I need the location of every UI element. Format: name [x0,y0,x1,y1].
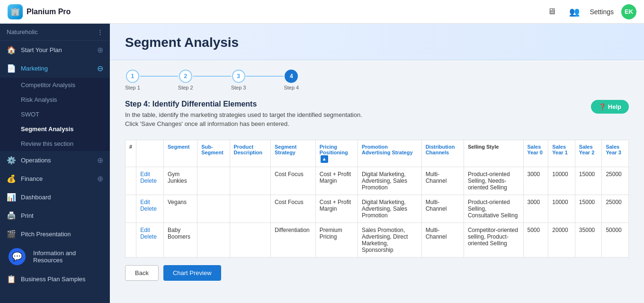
sort-arrow-icon[interactable]: ▲ [321,155,328,163]
cell-pricing-pos: Premium Pricing [315,223,358,258]
brand: 🏢 Planium Pro [8,4,544,19]
step-desc1: In the table, identify the marketing str… [125,111,591,118]
help-button[interactable]: ❓ Help [591,100,629,114]
cell-segment-strategy: Cost Focus [270,195,315,223]
cell-product-desc [230,167,270,195]
step-connector-1 [140,76,178,77]
col-num: # [125,140,136,167]
cell-num [125,167,136,195]
print-label: Print [21,212,103,219]
add-icon-finance[interactable]: ⊕ [97,174,103,183]
chat-icon: 💬 [9,248,26,265]
step-text-block: Step 4: Identify Differential Elements I… [125,100,591,134]
table-row: Edit Delete Gym Junkies Cost Focus Cost … [125,167,629,195]
col-actions [136,140,164,167]
step-circle-2: 2 [179,70,192,83]
cell-sales2: 35000 [575,223,602,258]
monitor-icon[interactable]: 🖥 [544,4,559,19]
sidebar-item-segment[interactable]: Segment Analysis [0,122,110,136]
users-icon[interactable]: 👥 [567,4,582,19]
start-plan-label: Start Your Plan [21,46,92,53]
cell-subsegment [197,223,230,258]
sidebar-item-marketing[interactable]: 📄 Marketing ⊖ [0,59,110,78]
brand-icon: 🏢 [8,4,23,19]
cell-distribution: Multi-Channel [421,223,464,258]
chart-preview-button[interactable]: Chart Preview [163,265,221,281]
cell-sales0: 5000 [523,223,548,258]
table-header-row: # Segment Sub-Segment Product Descriptio… [125,140,629,167]
cell-pricing-pos: Cost + Profit Margin [315,167,358,195]
main-content: Segment Analysis 1 Step 1 2 Step 2 3 Ste… [110,24,644,303]
cell-product-desc [230,223,270,258]
cell-sales1: 10000 [548,195,575,223]
workspace-label: Natureholic ⋮ [0,24,110,41]
table-row: Edit Delete Baby Boomers Differentiation… [125,223,629,258]
cell-subsegment [197,167,230,195]
pitch-label: Pitch Presentation [21,231,103,238]
brand-name: Planium Pro [27,8,71,16]
marketing-sub-items: Competitor Analysis Risk Analysis SWOT S… [0,78,110,151]
cell-selling-style: Competitor-oriented selling, Product-ori… [464,223,523,258]
cell-sales2: 15000 [575,167,602,195]
cell-segment: Vegans [163,195,197,223]
sidebar-item-print[interactable]: 🖨️ Print [0,206,110,225]
sidebar-item-pitch[interactable]: 🎬 Pitch Presentation [0,225,110,243]
sidebar-item-dashboard[interactable]: 📊 Dashboard [0,188,110,206]
cell-distribution: Multi-Channel [421,167,464,195]
cell-promotion: Digital Marketing, Advertising, Sales Pr… [358,167,421,195]
cell-promotion: Sales Promotion, Advertising, Direct Mar… [358,223,421,258]
cell-sales1: 20000 [548,223,575,258]
cell-sales0: 3000 [523,195,548,223]
page-content-area: 1 Step 1 2 Step 2 3 Step 3 4 Step 4 [110,60,644,290]
user-avatar[interactable]: EK [621,4,636,19]
col-sales0: Sales Year 0 [523,140,548,167]
add-icon-operations[interactable]: ⊕ [97,156,103,165]
cell-segment-strategy: Differentiation [270,223,315,258]
operations-label: Operations [21,157,92,164]
cell-selling-style: Product-oriented Selling, Consultative S… [464,195,523,223]
home-icon: 🏠 [7,45,16,54]
cell-sales3: 50000 [602,223,629,258]
delete-link[interactable]: Delete [140,205,157,212]
delete-link[interactable]: Delete [140,233,157,240]
resources-label: Information and Resources [33,250,103,264]
minus-icon-marketing[interactable]: ⊖ [97,64,103,73]
cell-num [125,223,136,258]
col-sales2: Sales Year 2 [575,140,602,167]
sidebar-item-operations[interactable]: ⚙️ Operations ⊕ [0,151,110,169]
bottom-actions: Back Chart Preview [125,265,629,281]
stepper: 1 Step 1 2 Step 2 3 Step 3 4 Step 4 [125,70,629,90]
print-icon: 🖨️ [7,211,16,220]
sidebar: Natureholic ⋮ 🏠 Start Your Plan ⊕ 📄 Mark… [0,24,110,303]
edit-link[interactable]: Edit [140,171,150,178]
sidebar-item-risk[interactable]: Risk Analysis [0,92,110,107]
col-sales3: Sales Year 3 [602,140,629,167]
segment-table: # Segment Sub-Segment Product Descriptio… [125,140,629,258]
edit-link[interactable]: Edit [140,199,150,205]
sidebar-item-finance[interactable]: 💰 Finance ⊕ [0,169,110,188]
settings-label[interactable]: Settings [590,8,614,16]
sidebar-item-swot[interactable]: SWOT [0,107,110,122]
cell-segment-strategy: Cost Focus [270,167,315,195]
segment-table-container: # Segment Sub-Segment Product Descriptio… [125,140,629,258]
step-3: 3 Step 3 [231,70,246,90]
samples-label: Business Plan Samples [21,276,103,283]
cell-segment: Gym Junkies [163,167,197,195]
sidebar-item-samples[interactable]: 📋 Business Plan Samples [0,270,110,288]
add-icon-start[interactable]: ⊕ [97,45,103,54]
back-button[interactable]: Back [125,265,159,281]
col-distribution: Distribution Channels [421,140,464,167]
cell-sales0: 3000 [523,167,548,195]
sidebar-item-start-plan[interactable]: 🏠 Start Your Plan ⊕ [0,41,110,59]
delete-link[interactable]: Delete [140,178,157,184]
workspace-menu-icon[interactable]: ⋮ [97,28,103,36]
sidebar-item-resources[interactable]: 💬 Information and Resources [0,243,110,270]
col-sales1: Sales Year 1 [548,140,575,167]
sidebar-item-competitor[interactable]: Competitor Analysis [0,78,110,92]
cell-product-desc [230,195,270,223]
edit-link[interactable]: Edit [140,227,150,233]
sidebar-item-review[interactable]: Review this section [0,136,110,151]
col-pricing-pos: Pricing Positioning ▲ [315,140,358,167]
step-heading: Step 4: Identify Differential Elements [125,100,591,108]
col-segment-strategy: Segment Strategy [270,140,315,167]
